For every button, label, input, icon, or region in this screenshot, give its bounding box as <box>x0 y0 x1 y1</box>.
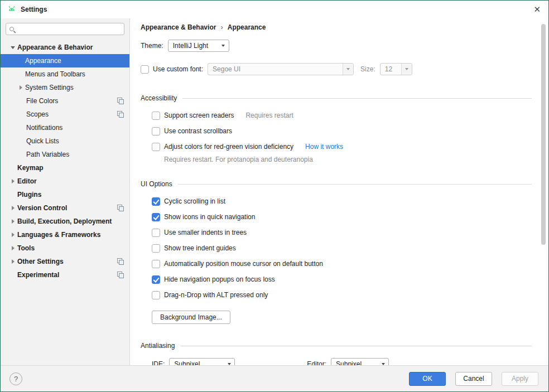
sidebar-item-other-settings[interactable]: Other Settings <box>1 255 129 268</box>
support-screen-readers-row[interactable]: Support screen readers Requires restart <box>152 110 532 121</box>
search-icon <box>9 27 14 31</box>
cyclic-scrolling-checkbox[interactable] <box>152 197 160 206</box>
sidebar-item-editor[interactable]: Editor <box>1 175 129 188</box>
chevron-right-icon[interactable] <box>8 177 17 186</box>
drag-n-drop-alt-checkbox[interactable] <box>152 291 160 299</box>
sidebar-item-file-colors[interactable]: File Colors <box>1 94 129 108</box>
android-studio-icon <box>7 5 16 14</box>
sidebar-item-keymap[interactable]: Keymap <box>1 161 129 175</box>
ui-options-section-header: UI Options <box>141 180 532 188</box>
search-input[interactable] <box>15 25 121 33</box>
titlebar: Settings ✕ <box>1 1 548 18</box>
chevron-down-icon[interactable] <box>378 359 388 365</box>
contrast-scrollbars-row[interactable]: Use contrast scrollbars <box>152 125 532 137</box>
show-icons-quick-nav-checkbox[interactable] <box>152 213 160 221</box>
cancel-button[interactable]: Cancel <box>455 372 492 386</box>
editor-antialiasing-select[interactable]: Subpixel <box>331 358 389 365</box>
chevron-right-icon[interactable] <box>16 83 25 92</box>
smaller-indents-label: Use smaller indents in trees <box>164 229 247 236</box>
hide-nav-popups-checkbox[interactable] <box>152 275 160 284</box>
sidebar-item-menus-and-toolbars[interactable]: Menus and Toolbars <box>1 67 129 81</box>
use-custom-font-checkbox[interactable] <box>141 65 149 74</box>
sidebar-item-plugins[interactable]: Plugins <box>1 188 129 201</box>
chevron-right-icon[interactable] <box>8 204 17 212</box>
settings-sidebar: Appearance & Behavior Appearance Menus a… <box>1 18 130 365</box>
background-image-button[interactable]: Background Image... <box>152 311 230 324</box>
chevron-down-icon[interactable] <box>218 40 229 51</box>
custom-font-select[interactable]: Segoe UI <box>208 63 354 75</box>
smaller-indents-row[interactable]: Use smaller indents in trees <box>152 227 532 238</box>
sidebar-item-path-variables[interactable]: Path Variables <box>1 148 129 161</box>
sidebar-item-appearance[interactable]: Appearance <box>1 54 129 67</box>
antialiasing-title: Antialiasing <box>141 342 175 350</box>
chevron-right-icon[interactable] <box>8 217 17 226</box>
chevron-right-icon[interactable] <box>8 257 17 266</box>
sidebar-item-notifications[interactable]: Notifications <box>1 121 129 134</box>
cyclic-scrolling-row[interactable]: Cyclic scrolling in list <box>152 196 532 207</box>
project-settings-icon <box>117 98 124 104</box>
theme-select[interactable]: IntelliJ Light <box>168 40 229 52</box>
chevron-down-icon[interactable] <box>401 64 412 75</box>
ide-antialiasing-value: Subpixel <box>174 360 200 365</box>
contrast-scrollbars-checkbox[interactable] <box>152 127 160 135</box>
support-screen-readers-checkbox[interactable] <box>152 112 160 120</box>
breadcrumb-parent[interactable]: Appearance & Behavior <box>141 23 216 31</box>
search-field[interactable] <box>6 23 124 35</box>
ui-options-title: UI Options <box>141 180 172 188</box>
how-it-works-link[interactable]: How it works <box>305 143 343 151</box>
ide-antialiasing-select[interactable]: Subpixel <box>169 358 235 365</box>
auto-position-mouse-row[interactable]: Automatically position mouse cursor on d… <box>152 258 532 269</box>
ok-button[interactable]: OK <box>409 372 446 386</box>
theme-row: Theme: IntelliJ Light <box>141 40 532 52</box>
ide-antialiasing-label: IDE: <box>152 360 165 365</box>
settings-tree: Appearance & Behavior Appearance Menus a… <box>1 41 129 282</box>
tree-indent-guides-row[interactable]: Show tree indent guides <box>152 243 532 254</box>
sidebar-item-languages-frameworks[interactable]: Languages & Frameworks <box>1 228 129 241</box>
accessibility-title: Accessibility <box>141 94 177 102</box>
custom-font-value: Segoe UI <box>213 65 240 73</box>
theme-label: Theme: <box>141 42 163 50</box>
show-icons-quick-nav-label: Show icons in quick navigation <box>164 213 255 221</box>
editor-antialiasing-label: Editor: <box>307 360 326 365</box>
contrast-scrollbars-label: Use contrast scrollbars <box>164 127 232 135</box>
smaller-indents-checkbox[interactable] <box>152 229 160 237</box>
footer: ? OK Cancel Apply <box>1 365 548 391</box>
chevron-down-icon[interactable] <box>224 359 234 365</box>
support-screen-readers-label: Support screen readers <box>164 112 234 119</box>
sidebar-item-scopes[interactable]: Scopes <box>1 108 129 121</box>
settings-dialog: Settings ✕ Appearance & Behavior Appeara… <box>0 0 549 392</box>
sidebar-item-version-control[interactable]: Version Control <box>1 201 129 215</box>
breadcrumb-current[interactable]: Appearance <box>228 23 266 31</box>
accessibility-section-header: Accessibility <box>141 94 532 102</box>
drag-n-drop-alt-row[interactable]: Drag-n-Drop with ALT pressed only <box>152 289 532 301</box>
sidebar-item-appearance-and-behavior[interactable]: Appearance & Behavior <box>1 41 129 54</box>
sidebar-item-build-execution-deployment[interactable]: Build, Execution, Deployment <box>1 215 129 228</box>
auto-position-mouse-checkbox[interactable] <box>152 260 160 268</box>
close-icon[interactable]: ✕ <box>533 4 541 15</box>
project-settings-icon <box>117 111 124 118</box>
apply-button[interactable]: Apply <box>502 372 538 386</box>
chevron-down-icon[interactable] <box>8 43 17 52</box>
project-settings-icon <box>117 205 124 211</box>
tree-indent-guides-checkbox[interactable] <box>152 244 160 253</box>
sidebar-item-system-settings[interactable]: System Settings <box>1 81 129 94</box>
help-button[interactable]: ? <box>9 372 22 385</box>
sidebar-item-tools[interactable]: Tools <box>1 241 129 255</box>
theme-value: IntelliJ Light <box>173 42 208 50</box>
vertical-scrollbar[interactable] <box>541 24 546 245</box>
chevron-right-icon[interactable] <box>8 230 17 239</box>
hide-nav-popups-row[interactable]: Hide navigation popups on focus loss <box>152 274 532 285</box>
font-size-select[interactable]: 12 <box>380 63 412 75</box>
red-green-vision-row[interactable]: Adjust colors for red-green vision defic… <box>152 141 532 152</box>
auto-position-mouse-label: Automatically position mouse cursor on d… <box>164 260 323 268</box>
font-size-value: 12 <box>385 65 392 73</box>
chevron-down-icon[interactable] <box>343 64 353 75</box>
breadcrumb-separator-icon: › <box>220 23 223 31</box>
sidebar-item-quick-lists[interactable]: Quick Lists <box>1 134 129 148</box>
red-green-vision-checkbox[interactable] <box>152 143 160 151</box>
show-icons-quick-nav-row[interactable]: Show icons in quick navigation <box>152 211 532 222</box>
chevron-right-icon[interactable] <box>8 244 17 253</box>
drag-n-drop-alt-label: Drag-n-Drop with ALT pressed only <box>164 291 268 299</box>
help-icon: ? <box>14 375 18 383</box>
sidebar-item-experimental[interactable]: Experimental <box>1 268 129 282</box>
